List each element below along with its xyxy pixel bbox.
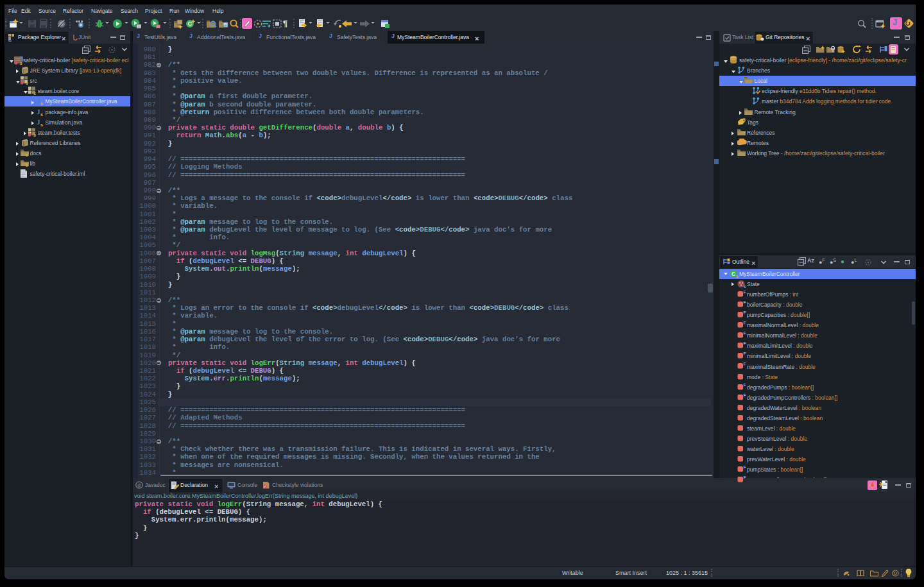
svg-text:F: F	[744, 300, 746, 305]
svg-text:s: s	[26, 163, 28, 167]
svg-text:s: s	[744, 284, 746, 288]
svg-text:F: F	[744, 331, 746, 336]
svg-text:F: F	[744, 465, 746, 470]
svg-text:F: F	[744, 383, 746, 387]
svg-text:F: F	[744, 290, 746, 294]
svg-text:C: C	[732, 271, 735, 277]
svg-text:F: F	[744, 311, 746, 315]
svg-text:F: F	[744, 352, 746, 356]
svg-text:F: F	[744, 321, 746, 325]
svg-text:s: s	[20, 61, 22, 65]
svg-text:s: s	[26, 153, 28, 157]
svg-text:F: F	[744, 393, 746, 398]
svg-text:s: s	[40, 101, 43, 105]
svg-text:s: s	[26, 81, 28, 85]
svg-text:s: s	[33, 133, 36, 137]
svg-text:s: s	[40, 123, 43, 126]
svg-text:s: s	[736, 274, 739, 278]
svg-text:F: F	[744, 362, 746, 366]
svg-text:F: F	[744, 475, 746, 480]
svg-text:F: F	[744, 341, 746, 346]
svg-text:s: s	[33, 91, 36, 95]
svg-text:s: s	[40, 112, 43, 116]
svg-text:✓: ✓	[263, 484, 266, 488]
svg-text:@: @	[138, 482, 141, 488]
